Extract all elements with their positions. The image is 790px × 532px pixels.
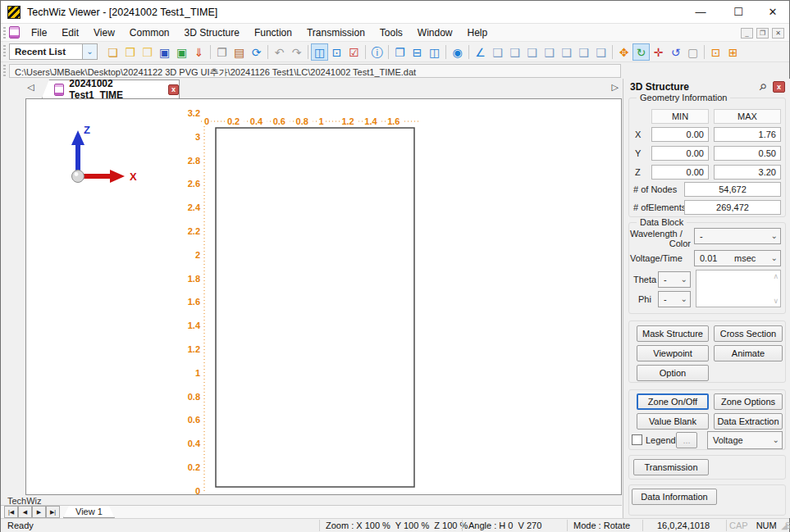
mdi-close-button[interactable]: ✕ <box>772 28 784 39</box>
wavelength-color-value: - <box>700 231 703 241</box>
maximize-button[interactable]: ☐ <box>723 1 754 24</box>
viewpoint-button[interactable]: Viewpoint <box>637 345 709 361</box>
zone-options-button[interactable]: Zone Options <box>714 393 783 410</box>
paste-icon[interactable]: ▤ <box>231 43 248 61</box>
color-label: Color <box>630 239 691 248</box>
save-all-icon[interactable]: ▣ <box>173 43 190 61</box>
legend-checkbox[interactable] <box>632 434 642 445</box>
cube-view-right-icon[interactable]: ❑ <box>558 43 575 61</box>
theta-phi-listbox[interactable]: ∧ ∨ <box>696 270 781 307</box>
voltage-time-dropdown[interactable]: 0.01 msec ⌄ <box>694 250 781 266</box>
move-mode-icon[interactable]: ✛ <box>650 43 667 61</box>
mdi-restore-button[interactable]: ❐ <box>756 28 769 39</box>
last-view-button[interactable]: ▶| <box>46 506 60 518</box>
save-icon[interactable]: ▣ <box>156 43 173 61</box>
chevron-down-icon: ⌄ <box>681 294 687 303</box>
spin-mode-icon[interactable]: ↺ <box>667 43 684 61</box>
wavelength-color-dropdown[interactable]: - ⌄ <box>694 228 781 244</box>
panel-close-icon[interactable]: x <box>773 81 785 93</box>
single-view-icon[interactable]: ⊡ <box>328 43 345 61</box>
minimize-button[interactable]: — <box>685 1 716 24</box>
cross-section-button[interactable]: Cross Section <box>714 325 783 342</box>
menu-tools[interactable]: Tools <box>372 24 410 42</box>
fit-all-icon[interactable]: ⊡ <box>707 43 724 61</box>
menu-transmission[interactable]: Transmission <box>299 24 372 42</box>
app-logo-icon <box>7 6 21 19</box>
ruler-tick-label-x: 0.8 <box>296 116 308 126</box>
rotate-mode-icon[interactable]: ↻ <box>632 43 650 61</box>
report-view-icon[interactable]: ☑ <box>345 43 363 61</box>
open-folder-icon[interactable]: ❒ <box>121 43 139 61</box>
data-extraction-button[interactable]: Data Extraction <box>714 413 783 430</box>
cube-view-left-icon[interactable]: ❑ <box>541 43 558 61</box>
menu-view[interactable]: View <box>86 24 122 42</box>
resize-grip[interactable]: ◢ <box>781 521 788 530</box>
value-blank-button[interactable]: Value Blank <box>637 413 709 430</box>
cube-view-iso-icon[interactable]: ❑ <box>489 43 506 61</box>
mdi-minimize-button[interactable]: _ <box>741 28 753 39</box>
close-button[interactable]: ✕ <box>757 1 788 24</box>
menu-function[interactable]: Function <box>247 24 299 42</box>
refresh-icon[interactable]: ⟳ <box>248 43 265 61</box>
y-max-value: 0.50 <box>714 146 781 161</box>
pan-mode-icon[interactable]: ✥ <box>615 43 632 61</box>
fit-region-icon[interactable]: ⊞ <box>724 43 742 61</box>
cube-view-top-icon[interactable]: ❑ <box>575 43 592 61</box>
scroll-down-icon[interactable]: ∨ <box>773 297 779 305</box>
menu-file[interactable]: File <box>24 24 54 42</box>
3d-viewport-canvas[interactable]: 00.20.40.60.811.21.41.63.232.82.62.42.22… <box>26 99 621 494</box>
tab-close-icon[interactable]: x <box>168 84 179 95</box>
menu-window[interactable]: Window <box>410 24 460 42</box>
theta-dropdown[interactable]: - ⌄ <box>658 271 691 288</box>
region-select-icon[interactable]: ▢ <box>684 43 701 61</box>
data-information-button[interactable]: Data Information <box>632 489 717 505</box>
cascade-windows-icon[interactable]: ❐ <box>391 43 409 61</box>
structure-bounding-box <box>216 128 414 487</box>
prev-view-button[interactable]: ◀ <box>18 506 32 518</box>
undo-icon[interactable]: ↶ <box>271 43 288 61</box>
pin-icon[interactable]: ⚲ <box>755 79 771 95</box>
lock-indicator-cap: CAP <box>729 521 748 530</box>
transmission-button[interactable]: Transmission <box>633 459 709 475</box>
tab-scroll-right-icon[interactable]: ▷ <box>612 82 619 93</box>
next-view-button[interactable]: ▶ <box>32 506 46 518</box>
menu-help[interactable]: Help <box>460 24 495 42</box>
tile-horizontal-icon[interactable]: ⊟ <box>409 43 426 61</box>
zone-on-off-button[interactable]: Zone On/Off <box>637 393 709 410</box>
mask-structure-button[interactable]: Mask Structure <box>637 325 709 342</box>
legend-more-button[interactable]: ... <box>676 432 697 448</box>
display-mode-dropdown[interactable]: Voltage ⌄ <box>707 431 783 449</box>
info-icon[interactable]: ⓘ <box>368 43 386 61</box>
new-document-icon[interactable]: ❏ <box>104 43 121 61</box>
chevron-down-icon[interactable]: ⌄ <box>82 44 97 59</box>
split-view-icon[interactable]: ◫ <box>311 43 328 61</box>
animate-button[interactable]: Animate <box>714 345 783 361</box>
cube-view-back-icon[interactable]: ❑ <box>523 43 541 61</box>
z-max-value: 3.20 <box>714 165 781 180</box>
tile-vertical-icon[interactable]: ◫ <box>426 43 443 61</box>
phi-dropdown[interactable]: - ⌄ <box>658 291 691 307</box>
copy-icon[interactable]: ❐ <box>213 43 231 61</box>
first-view-button[interactable]: |◀ <box>4 506 18 518</box>
axis-view-icon[interactable]: ∠ <box>472 43 489 61</box>
ruler-tick-label-z: 2.2 <box>188 226 200 236</box>
globe-icon[interactable]: ◉ <box>449 43 466 61</box>
option-button[interactable]: Option <box>637 365 709 381</box>
ruler-tick-label-z: 1.2 <box>188 344 200 354</box>
3d-viewport[interactable]: 00.20.40.60.811.21.41.63.232.82.62.42.22… <box>25 98 622 495</box>
cube-view-bottom-icon[interactable]: ❑ <box>592 43 610 61</box>
cube-view-front-icon[interactable]: ❑ <box>506 43 523 61</box>
redo-icon[interactable]: ↷ <box>288 43 305 61</box>
view-tab[interactable]: View 1 <box>63 506 115 518</box>
tab-scroll-left-icon[interactable]: ◁ <box>27 82 34 93</box>
scroll-up-icon[interactable]: ∧ <box>773 272 779 280</box>
menu-common[interactable]: Common <box>122 24 177 42</box>
recent-list-dropdown[interactable]: Recent List ⌄ <box>9 43 98 60</box>
export-icon[interactable]: ⇓ <box>190 43 208 61</box>
toolbar: Recent List ⌄ ❏❒❒▣▣⇓❐▤⟳↶↷◫⊡☑ⓘ❐⊟◫◉∠❑❑❑❑❑❑… <box>1 42 789 62</box>
menu-edit[interactable]: Edit <box>54 24 86 42</box>
menu-3d-structure[interactable]: 3D Structure <box>177 24 247 42</box>
document-tab[interactable]: 20241002 Test1_TIME x <box>42 80 180 98</box>
open-project-folder-icon[interactable]: ❒ <box>139 43 156 61</box>
wavelength-label: Wavelength / <box>630 229 691 239</box>
